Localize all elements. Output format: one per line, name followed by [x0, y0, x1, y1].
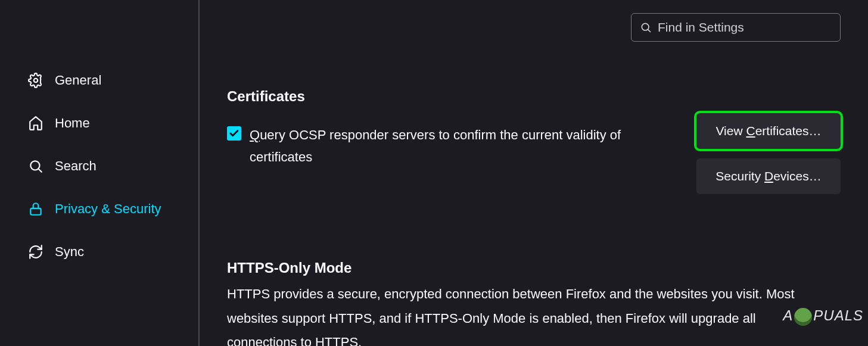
ocsp-option: Query OCSP responder servers to confirm … — [227, 124, 644, 169]
ocsp-label[interactable]: Query OCSP responder servers to confirm … — [250, 124, 644, 169]
ocsp-checkbox[interactable] — [227, 126, 241, 141]
search-input[interactable] — [658, 20, 832, 35]
svg-point-4 — [642, 23, 649, 30]
gear-icon — [27, 72, 44, 89]
sidebar-item-search[interactable]: Search — [23, 150, 198, 182]
sidebar-item-sync[interactable]: Sync — [23, 236, 198, 268]
btn-text: ertificates… — [755, 124, 822, 138]
sidebar-item-label: Home — [55, 116, 90, 131]
sidebar-item-privacy-security[interactable]: Privacy & Security — [23, 193, 198, 225]
https-only-heading: HTTPS-Only Mode — [227, 260, 841, 276]
sidebar-item-home[interactable]: Home — [23, 107, 198, 139]
sidebar-item-label: Privacy & Security — [55, 201, 161, 217]
sidebar-item-label: General — [55, 73, 101, 88]
certificates-row: Query OCSP responder servers to confirm … — [227, 124, 841, 194]
btn-text: Security — [715, 169, 764, 183]
main-content: Certificates Query OCSP responder server… — [200, 0, 868, 346]
svg-line-5 — [648, 30, 651, 32]
search-icon — [27, 158, 44, 174]
watermark-text: PUALS — [813, 307, 863, 323]
certificates-buttons: View Certificates… Security Devices… — [696, 113, 841, 194]
btn-accesskey: D — [764, 169, 773, 183]
btn-text: evices… — [773, 169, 822, 183]
lock-icon — [27, 201, 44, 217]
svg-point-0 — [34, 79, 38, 83]
sidebar: General Home Search Privacy & Security S… — [0, 0, 200, 346]
svg-line-2 — [39, 169, 42, 172]
sidebar-item-general[interactable]: General — [23, 64, 198, 96]
sidebar-item-label: Sync — [55, 244, 84, 260]
https-only-description: HTTPS provides a secure, encrypted conne… — [227, 282, 799, 346]
btn-accesskey: C — [746, 124, 755, 138]
check-icon — [229, 128, 239, 139]
home-icon — [27, 115, 44, 132]
certificates-heading: Certificates — [227, 88, 841, 105]
btn-text: View — [715, 124, 746, 138]
search-wrap — [227, 13, 841, 42]
svg-rect-3 — [30, 208, 41, 215]
view-certificates-button[interactable]: View Certificates… — [696, 113, 841, 149]
svg-point-1 — [30, 161, 39, 170]
search-icon — [640, 21, 652, 33]
sidebar-item-label: Search — [55, 158, 97, 174]
search-box[interactable] — [631, 13, 841, 42]
security-devices-button[interactable]: Security Devices… — [696, 158, 841, 194]
sync-icon — [27, 244, 44, 260]
